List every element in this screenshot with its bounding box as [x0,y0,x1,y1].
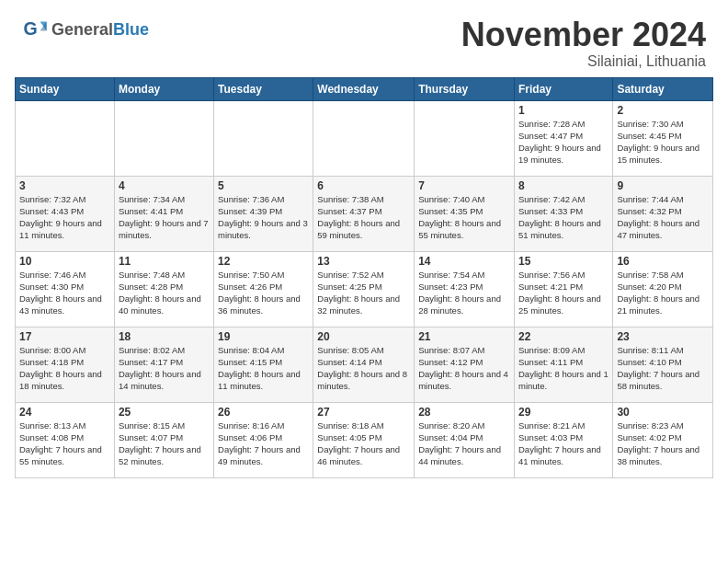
table-row: 21Sunrise: 8:07 AM Sunset: 4:12 PM Dayli… [415,327,515,402]
table-row: 27Sunrise: 8:18 AM Sunset: 4:05 PM Dayli… [313,402,415,477]
table-row: 15Sunrise: 7:56 AM Sunset: 4:21 PM Dayli… [514,251,612,327]
table-row: 22Sunrise: 8:09 AM Sunset: 4:11 PM Dayli… [514,327,612,402]
table-row: 28Sunrise: 8:20 AM Sunset: 4:04 PM Dayli… [415,402,515,477]
logo-general: GeneralBlue [51,21,149,38]
day-info: Sunrise: 7:56 AM Sunset: 4:21 PM Dayligh… [518,269,609,317]
day-number: 19 [218,330,309,343]
header-friday: Friday [514,77,612,100]
calendar-week-row: 10Sunrise: 7:46 AM Sunset: 4:30 PM Dayli… [16,251,713,327]
day-info: Sunrise: 7:48 AM Sunset: 4:28 PM Dayligh… [119,269,210,317]
day-info: Sunrise: 7:46 AM Sunset: 4:30 PM Dayligh… [19,269,110,317]
svg-text:G: G [23,18,37,39]
header-monday: Monday [114,77,213,100]
table-row: 14Sunrise: 7:54 AM Sunset: 4:23 PM Dayli… [415,251,515,327]
day-info: Sunrise: 8:16 AM Sunset: 4:06 PM Dayligh… [218,419,309,468]
day-number: 26 [218,406,309,419]
day-number: 17 [19,330,110,343]
day-info: Sunrise: 8:11 AM Sunset: 4:10 PM Dayligh… [617,344,709,393]
table-row: 4Sunrise: 7:34 AM Sunset: 4:41 PM Daylig… [114,176,213,251]
table-row [16,100,115,176]
day-info: Sunrise: 8:00 AM Sunset: 4:18 PM Dayligh… [19,344,110,393]
day-number: 8 [518,179,609,192]
table-row: 2Sunrise: 7:30 AM Sunset: 4:45 PM Daylig… [613,100,713,176]
day-number: 11 [119,255,210,268]
table-row: 30Sunrise: 8:23 AM Sunset: 4:02 PM Dayli… [613,402,713,477]
table-row: 12Sunrise: 7:50 AM Sunset: 4:26 PM Dayli… [214,251,313,327]
location-subtitle: Silainiai, Lithuania [461,53,706,70]
day-info: Sunrise: 8:15 AM Sunset: 4:07 PM Dayligh… [119,419,210,468]
table-row: 29Sunrise: 8:21 AM Sunset: 4:03 PM Dayli… [514,402,612,477]
day-number: 16 [617,255,709,268]
calendar-week-row: 24Sunrise: 8:13 AM Sunset: 4:08 PM Dayli… [16,402,713,477]
day-info: Sunrise: 8:09 AM Sunset: 4:11 PM Dayligh… [518,344,609,393]
table-row: 13Sunrise: 7:52 AM Sunset: 4:25 PM Dayli… [313,251,415,327]
calendar-table: Sunday Monday Tuesday Wednesday Thursday… [15,77,713,478]
table-row: 10Sunrise: 7:46 AM Sunset: 4:30 PM Dayli… [16,251,115,327]
calendar-week-row: 1Sunrise: 7:28 AM Sunset: 4:47 PM Daylig… [16,100,713,176]
day-number: 2 [617,104,709,117]
month-title: November 2024 [461,17,706,53]
table-row: 7Sunrise: 7:40 AM Sunset: 4:35 PM Daylig… [415,176,515,251]
day-info: Sunrise: 8:21 AM Sunset: 4:03 PM Dayligh… [518,419,609,468]
day-info: Sunrise: 7:34 AM Sunset: 4:41 PM Dayligh… [119,193,210,242]
table-row: 23Sunrise: 8:11 AM Sunset: 4:10 PM Dayli… [613,327,713,402]
day-info: Sunrise: 8:20 AM Sunset: 4:04 PM Dayligh… [418,419,510,468]
day-info: Sunrise: 7:40 AM Sunset: 4:35 PM Dayligh… [418,193,510,242]
table-row: 11Sunrise: 7:48 AM Sunset: 4:28 PM Dayli… [114,251,213,327]
day-info: Sunrise: 8:18 AM Sunset: 4:05 PM Dayligh… [317,419,410,468]
day-info: Sunrise: 7:42 AM Sunset: 4:33 PM Dayligh… [518,193,609,242]
day-number: 1 [518,104,609,117]
day-info: Sunrise: 7:54 AM Sunset: 4:23 PM Dayligh… [418,269,510,317]
table-row: 1Sunrise: 7:28 AM Sunset: 4:47 PM Daylig… [514,100,612,176]
day-number: 6 [317,179,410,192]
header-sunday: Sunday [16,77,115,100]
table-row: 26Sunrise: 8:16 AM Sunset: 4:06 PM Dayli… [214,402,313,477]
table-row [415,100,515,176]
header-tuesday: Tuesday [214,77,313,100]
day-info: Sunrise: 7:52 AM Sunset: 4:25 PM Dayligh… [317,269,410,317]
day-info: Sunrise: 8:13 AM Sunset: 4:08 PM Dayligh… [19,419,110,468]
table-row: 16Sunrise: 7:58 AM Sunset: 4:20 PM Dayli… [613,251,713,327]
day-info: Sunrise: 7:36 AM Sunset: 4:39 PM Dayligh… [218,193,309,242]
table-row: 17Sunrise: 8:00 AM Sunset: 4:18 PM Dayli… [16,327,115,402]
table-row: 5Sunrise: 7:36 AM Sunset: 4:39 PM Daylig… [214,176,313,251]
table-row: 8Sunrise: 7:42 AM Sunset: 4:33 PM Daylig… [514,176,612,251]
title-block: November 2024 Silainiai, Lithuania [461,17,706,70]
day-info: Sunrise: 7:44 AM Sunset: 4:32 PM Dayligh… [617,193,709,242]
day-number: 4 [119,179,210,192]
day-info: Sunrise: 8:02 AM Sunset: 4:17 PM Dayligh… [119,344,210,393]
day-number: 30 [617,406,709,419]
day-number: 3 [19,179,110,192]
table-row [313,100,415,176]
day-number: 28 [418,406,510,419]
day-number: 29 [518,406,609,419]
table-row [114,100,213,176]
day-number: 12 [218,255,309,268]
day-number: 7 [418,179,510,192]
table-row: 3Sunrise: 7:32 AM Sunset: 4:43 PM Daylig… [16,176,115,251]
table-row: 18Sunrise: 8:02 AM Sunset: 4:17 PM Dayli… [114,327,213,402]
table-row: 9Sunrise: 7:44 AM Sunset: 4:32 PM Daylig… [613,176,713,251]
table-row [214,100,313,176]
day-info: Sunrise: 8:23 AM Sunset: 4:02 PM Dayligh… [617,419,709,468]
header-thursday: Thursday [415,77,515,100]
day-number: 23 [617,330,709,343]
logo-icon: G [22,17,48,42]
day-info: Sunrise: 7:28 AM Sunset: 4:47 PM Dayligh… [518,118,609,167]
day-number: 13 [317,255,410,268]
day-number: 20 [317,330,410,343]
day-number: 22 [518,330,609,343]
day-number: 9 [617,179,709,192]
table-row: 19Sunrise: 8:04 AM Sunset: 4:15 PM Dayli… [214,327,313,402]
calendar-header-row: Sunday Monday Tuesday Wednesday Thursday… [16,77,713,100]
page-header: G GeneralBlue November 2024 Silainiai, L… [0,0,728,77]
logo: G GeneralBlue [22,17,149,42]
day-info: Sunrise: 8:04 AM Sunset: 4:15 PM Dayligh… [218,344,309,393]
day-info: Sunrise: 8:07 AM Sunset: 4:12 PM Dayligh… [418,344,510,393]
day-number: 14 [418,255,510,268]
table-row: 20Sunrise: 8:05 AM Sunset: 4:14 PM Dayli… [313,327,415,402]
day-number: 21 [418,330,510,343]
table-row: 24Sunrise: 8:13 AM Sunset: 4:08 PM Dayli… [16,402,115,477]
day-number: 5 [218,179,309,192]
day-number: 24 [19,406,110,419]
